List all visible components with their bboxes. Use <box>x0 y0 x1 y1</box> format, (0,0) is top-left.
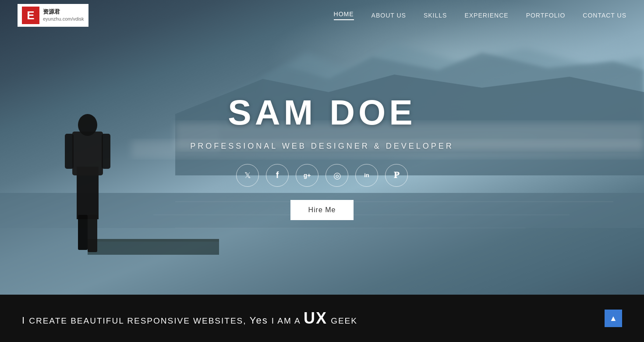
bottom-text-geek: GEEK <box>331 316 357 325</box>
bottom-section: I CREATE BEAUTIFUL RESPONSIVE WEBSITES, … <box>0 295 644 342</box>
bottom-text-yes: Yes <box>250 315 268 326</box>
google-plus-icon[interactable]: g+ <box>296 164 318 187</box>
logo[interactable]: E 资源君 eyunzhu.com/vdisk <box>18 4 88 27</box>
chevron-up-icon: ▲ <box>609 314 617 323</box>
hero-content: SAM DOE PROFESSIONAL WEB DESIGNER & DEVE… <box>190 93 453 220</box>
bottom-text: I CREATE BEAUTIFUL RESPONSIVE WEBSITES, … <box>22 309 357 328</box>
nav-about[interactable]: ABOUT US <box>372 12 406 19</box>
nav-skills[interactable]: SKILLS <box>424 12 447 19</box>
svg-rect-13 <box>88 215 97 252</box>
svg-rect-14 <box>65 134 74 169</box>
logo-url: eyunzhu.com/vdisk <box>43 16 84 22</box>
main-nav: HOME ABOUT US SKILLS EXPERIENCE PORTFOLI… <box>334 11 626 20</box>
nav-contact[interactable]: CONTACT US <box>583 12 626 19</box>
header: E 资源君 eyunzhu.com/vdisk HOME ABOUT US SK… <box>0 0 644 31</box>
svg-rect-8 <box>88 242 219 255</box>
bottom-text-i: I <box>22 315 25 326</box>
twitter-icon[interactable]: 𝕏 <box>236 164 259 187</box>
svg-point-11 <box>78 114 97 136</box>
bottom-text-ux: UX <box>304 309 327 327</box>
svg-rect-12 <box>78 215 88 250</box>
svg-rect-7 <box>88 239 219 242</box>
bottom-text-i-am-a: I AM A <box>272 316 304 325</box>
hero-section: SAM DOE PROFESSIONAL WEB DESIGNER & DEVE… <box>0 0 644 295</box>
svg-rect-15 <box>102 134 110 169</box>
hero-name: SAM DOE <box>228 93 416 133</box>
scroll-top-button[interactable]: ▲ <box>605 310 622 327</box>
social-icons-group: 𝕏 f g+ ◎ in 𝐏 <box>236 164 408 187</box>
nav-home[interactable]: HOME <box>334 11 354 20</box>
logo-text: 资源君 eyunzhu.com/vdisk <box>43 8 84 23</box>
logo-chinese: 资源君 <box>43 8 84 16</box>
nav-experience[interactable]: EXPERIENCE <box>464 12 508 19</box>
hero-subtitle: PROFESSIONAL WEB DESIGNER & DEVELOPER <box>190 142 453 151</box>
bottom-text-create: CREATE BEAUTIFUL RESPONSIVE WEBSITES, <box>29 316 250 325</box>
facebook-icon[interactable]: f <box>266 164 289 187</box>
pinterest-icon[interactable]: 𝐏 <box>385 164 408 187</box>
nav-portfolio[interactable]: PORTFOLIO <box>526 12 566 19</box>
linkedin-icon[interactable]: in <box>355 164 378 187</box>
dribbble-icon[interactable]: ◎ <box>326 164 348 187</box>
logo-letter: E <box>22 7 39 24</box>
hire-me-button[interactable]: Hire Me <box>290 200 353 220</box>
svg-rect-10 <box>72 132 103 175</box>
